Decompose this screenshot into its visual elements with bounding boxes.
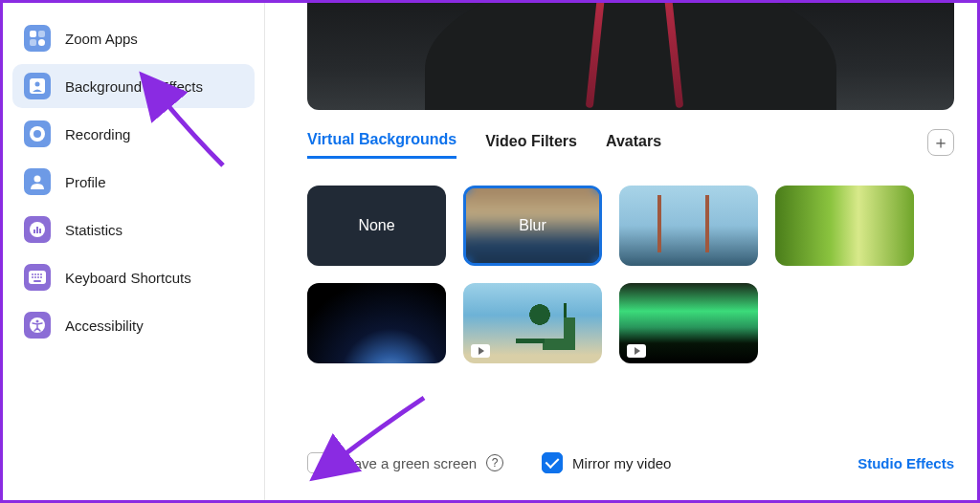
svg-point-7: [33, 130, 41, 138]
svg-rect-10: [33, 230, 35, 233]
background-option-earth[interactable]: [307, 283, 446, 363]
svg-point-19: [34, 276, 36, 278]
background-option-aurora[interactable]: [619, 283, 758, 363]
video-icon: [627, 344, 646, 358]
sidebar-item-profile[interactable]: Profile: [12, 160, 255, 204]
person-frame-icon: [24, 73, 51, 99]
background-option-beach[interactable]: [463, 283, 602, 363]
mirror-video-checkbox[interactable]: [542, 452, 563, 473]
svg-point-17: [40, 273, 42, 275]
apps-icon: [24, 25, 51, 52]
background-option-none[interactable]: None: [307, 186, 446, 266]
svg-rect-22: [33, 280, 41, 282]
svg-point-21: [40, 276, 42, 278]
sidebar-item-recording[interactable]: Recording: [12, 112, 255, 156]
svg-point-8: [34, 176, 41, 183]
svg-point-18: [32, 276, 33, 278]
background-option-bridge[interactable]: [619, 186, 758, 266]
svg-rect-11: [36, 227, 38, 233]
keyboard-icon: [24, 264, 51, 291]
mirror-video-option: Mirror my video: [542, 452, 671, 473]
sidebar-item-label: Background & Effects: [65, 78, 203, 95]
plus-icon: ＋: [932, 131, 949, 154]
sidebar-item-keyboard-shortcuts[interactable]: Keyboard Shortcuts: [12, 255, 255, 299]
sidebar-item-background-effects[interactable]: Background & Effects: [12, 64, 255, 108]
add-background-button[interactable]: ＋: [927, 129, 954, 156]
tab-video-filters[interactable]: Video Filters: [485, 133, 577, 158]
green-screen-label: I have a green screen: [338, 455, 477, 471]
options-row: I have a green screen ? Mirror my video …: [307, 452, 954, 473]
tab-avatars[interactable]: Avatars: [606, 133, 661, 158]
settings-sidebar: Zoom Apps Background & Effects Recording…: [3, 3, 265, 500]
background-option-grass[interactable]: [775, 186, 914, 266]
effects-tabs: Virtual Backgrounds Video Filters Avatar…: [307, 131, 954, 159]
thumb-label: Blur: [519, 217, 546, 234]
svg-rect-2: [30, 39, 36, 46]
profile-icon: [24, 168, 51, 195]
background-option-blur[interactable]: Blur: [463, 186, 602, 266]
thumb-label: None: [358, 217, 394, 234]
green-screen-checkbox[interactable]: [307, 452, 328, 473]
sidebar-item-accessibility[interactable]: Accessibility: [12, 303, 255, 347]
sidebar-item-label: Zoom Apps: [65, 31, 138, 47]
accessibility-icon: [24, 312, 51, 339]
sidebar-item-label: Statistics: [65, 222, 122, 238]
sidebar-item-label: Accessibility: [65, 317, 144, 334]
svg-point-15: [34, 273, 36, 275]
svg-rect-0: [30, 31, 36, 37]
svg-rect-1: [38, 31, 45, 37]
sidebar-item-zoom-apps[interactable]: Zoom Apps: [12, 16, 255, 60]
green-screen-option: I have a green screen ?: [307, 452, 503, 473]
mirror-video-label: Mirror my video: [572, 455, 671, 471]
sidebar-item-label: Recording: [65, 126, 130, 142]
main-panel: Virtual Backgrounds Video Filters Avatar…: [265, 3, 977, 500]
record-icon: [24, 120, 51, 147]
svg-point-5: [35, 82, 40, 87]
sidebar-item-statistics[interactable]: Statistics: [12, 208, 255, 252]
svg-point-20: [37, 276, 39, 278]
tab-virtual-backgrounds[interactable]: Virtual Backgrounds: [307, 131, 457, 159]
svg-point-16: [37, 273, 39, 275]
sidebar-item-label: Keyboard Shortcuts: [65, 270, 191, 286]
svg-point-24: [36, 320, 39, 323]
studio-effects-link[interactable]: Studio Effects: [858, 455, 954, 471]
svg-point-14: [32, 273, 33, 275]
svg-point-3: [38, 39, 45, 46]
sidebar-item-label: Profile: [65, 174, 106, 190]
background-grid: None Blur: [307, 186, 954, 363]
help-icon[interactable]: ?: [486, 454, 503, 471]
svg-rect-12: [39, 229, 41, 233]
stats-icon: [24, 216, 51, 243]
video-preview: [307, 3, 954, 110]
video-icon: [471, 344, 490, 358]
